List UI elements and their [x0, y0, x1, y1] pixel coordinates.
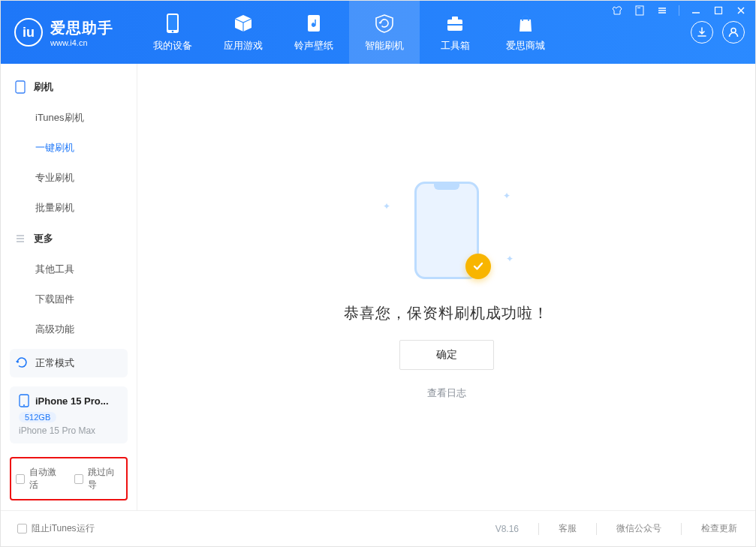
status-mode[interactable]: 正常模式 — [10, 349, 128, 377]
checkbox-label: 自动激活 — [29, 466, 63, 491]
shopping-bag-icon — [514, 12, 537, 35]
checkbox-icon — [74, 474, 83, 484]
highlighted-options: 自动激活 跳过向导 — [10, 457, 128, 500]
section-more-header[interactable]: 更多 — [1, 223, 137, 254]
checkbox-label: 阻止iTunes运行 — [32, 522, 95, 535]
checkbox-block-itunes[interactable]: 阻止iTunes运行 — [17, 522, 95, 535]
check-badge-icon — [465, 254, 491, 279]
close-icon[interactable] — [733, 3, 748, 18]
sidebar-item-other-tools[interactable]: 其他工具 — [1, 254, 137, 284]
checkbox-icon — [17, 524, 27, 533]
checkbox-auto-activate[interactable]: 自动激活 — [16, 466, 64, 491]
nav-label: 爱思商城 — [506, 39, 545, 53]
status-text: 正常模式 — [35, 356, 74, 370]
svg-rect-11 — [715, 8, 722, 14]
sidebar: 刷机 iTunes刷机 一键刷机 专业刷机 批量刷机 更多 其他工具 下载固件 … — [1, 64, 137, 510]
separator — [679, 5, 679, 16]
footer-link-wechat[interactable]: 微信公众号 — [616, 522, 661, 535]
sidebar-item-download-firmware[interactable]: 下载固件 — [1, 284, 137, 314]
svg-rect-7 — [447, 24, 462, 26]
svg-rect-1 — [168, 15, 177, 30]
svg-rect-12 — [16, 81, 25, 93]
nav-smart-flash[interactable]: 智能刷机 — [349, 1, 420, 64]
refresh-shield-icon — [373, 12, 396, 35]
more-icon — [14, 233, 26, 245]
nav-label: 我的设备 — [153, 39, 192, 53]
sidebar-item-itunes-flash[interactable]: iTunes刷机 — [1, 103, 137, 133]
view-log-link[interactable]: 查看日志 — [427, 386, 466, 400]
section-title: 更多 — [34, 232, 53, 245]
checkbox-icon — [16, 474, 25, 484]
maximize-icon[interactable] — [711, 3, 726, 18]
nav-label: 铃声壁纸 — [294, 39, 333, 53]
sidebar-item-advanced[interactable]: 高级功能 — [1, 314, 137, 344]
device-phone-icon — [19, 394, 29, 407]
svg-point-2 — [172, 31, 174, 33]
section-title: 刷机 — [34, 80, 53, 94]
divider — [681, 523, 682, 535]
svg-rect-10 — [637, 8, 640, 8]
phone-refresh-icon — [14, 81, 26, 93]
checkbox-label: 跳过向导 — [88, 466, 122, 491]
nav-my-device[interactable]: 我的设备 — [137, 1, 208, 64]
menu-icon[interactable] — [655, 3, 670, 18]
brand-url: www.i4.cn — [50, 38, 113, 47]
confirm-button[interactable]: 确定 — [399, 340, 494, 370]
nav-label: 工具箱 — [441, 39, 470, 53]
minimize-icon[interactable] — [688, 3, 703, 18]
account-icon[interactable] — [722, 21, 745, 44]
svg-point-8 — [731, 29, 736, 33]
version-label: V8.16 — [495, 524, 519, 534]
window-controls — [610, 3, 748, 18]
nav-apps-games[interactable]: 应用游戏 — [208, 1, 279, 64]
sidebar-item-pro-flash[interactable]: 专业刷机 — [1, 163, 137, 193]
brand-logo: iu 爱思助手 www.i4.cn — [1, 1, 137, 64]
download-center-icon[interactable] — [691, 21, 713, 44]
device-card[interactable]: iPhone 15 Pro... 512GB iPhone 15 Pro Max — [10, 386, 128, 443]
nav-label: 智能刷机 — [365, 39, 404, 53]
device-name: iPhone 15 Pro... — [35, 395, 109, 407]
section-flash-header[interactable]: 刷机 — [1, 71, 137, 103]
success-illustration: ✦✦✦ — [398, 174, 495, 287]
svg-point-4 — [312, 23, 315, 26]
svg-rect-6 — [452, 17, 458, 20]
svg-point-14 — [23, 404, 25, 406]
sidebar-item-oneclick-flash[interactable]: 一键刷机 — [1, 133, 137, 163]
sidebar-item-batch-flash[interactable]: 批量刷机 — [1, 193, 137, 223]
checkbox-skip-wizard[interactable]: 跳过向导 — [74, 466, 122, 491]
success-message: 恭喜您，保资料刷机成功啦！ — [344, 303, 549, 323]
nav-ringtone-wallpaper[interactable]: 铃声壁纸 — [279, 1, 349, 64]
music-icon — [303, 12, 325, 35]
footer: 阻止iTunes运行 V8.16 客服 微信公众号 检查更新 — [1, 510, 755, 546]
skin-icon[interactable] — [610, 3, 625, 18]
nav-toolbox[interactable]: 工具箱 — [420, 1, 490, 64]
refresh-icon — [16, 356, 29, 370]
brand-name: 爱思助手 — [50, 18, 113, 38]
footer-link-update[interactable]: 检查更新 — [701, 522, 737, 535]
feedback-icon[interactable] — [632, 3, 647, 18]
device-model: iPhone 15 Pro Max — [19, 425, 119, 436]
cube-icon — [232, 12, 255, 35]
divider — [538, 523, 539, 535]
phone-icon — [161, 12, 184, 35]
brand-icon: iu — [14, 18, 43, 47]
footer-link-support[interactable]: 客服 — [559, 522, 577, 535]
briefcase-icon — [444, 12, 466, 35]
divider — [596, 523, 597, 535]
main-content: ✦✦✦ 恭喜您，保资料刷机成功啦！ 确定 查看日志 — [137, 64, 755, 510]
svg-rect-9 — [636, 6, 643, 15]
top-nav: 我的设备 应用游戏 铃声壁纸 智能刷机 工具箱 爱思商城 — [137, 1, 561, 64]
nav-store[interactable]: 爱思商城 — [490, 1, 561, 64]
nav-label: 应用游戏 — [224, 39, 263, 53]
device-storage-badge: 512GB — [19, 412, 56, 422]
